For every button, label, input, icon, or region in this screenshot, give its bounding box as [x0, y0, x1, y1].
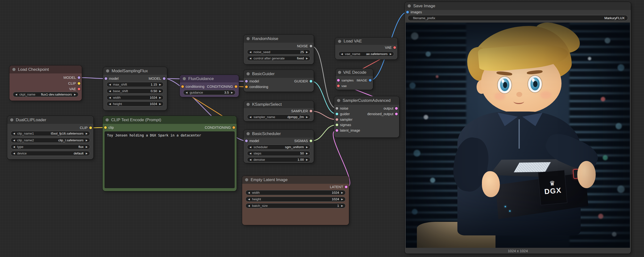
collapse-dot-icon[interactable]: [337, 99, 340, 102]
latent-output-port[interactable]: [345, 186, 348, 188]
conditioning-output-port[interactable]: [232, 126, 235, 129]
node-header[interactable]: Empty Latent Image: [242, 176, 349, 184]
collapse-dot-icon[interactable]: [338, 40, 341, 43]
image-output-port[interactable]: [369, 79, 372, 82]
widget-guidance[interactable]: ◀ guidance 3.5 ▶: [183, 90, 235, 95]
vae-output-port[interactable]: [393, 46, 396, 49]
arrow-left-icon[interactable]: ◀: [13, 132, 15, 135]
arrow-right-icon[interactable]: ▶: [306, 152, 308, 155]
collapse-dot-icon[interactable]: [106, 69, 109, 72]
arrow-left-icon[interactable]: ◀: [13, 146, 15, 148]
collapse-dot-icon[interactable]: [246, 72, 250, 75]
widget-steps[interactable]: ◀ steps 50 ▶: [247, 151, 310, 156]
node-header[interactable]: BasicGuider: [244, 70, 314, 78]
clip-input-port[interactable]: [104, 126, 107, 129]
arrow-right-icon[interactable]: ▶: [86, 152, 88, 155]
widget-base-shift[interactable]: ◀ base_shift 0.50 ▶: [106, 88, 164, 94]
arrow-left-icon[interactable]: ◀: [186, 91, 188, 94]
vae-output-port[interactable]: [78, 88, 80, 90]
denoised-output-port[interactable]: [395, 113, 398, 115]
widget-denoise[interactable]: ◀ denoise 1.00 ▶: [247, 157, 310, 162]
conditioning-input-port[interactable]: [181, 85, 184, 88]
arrow-left-icon[interactable]: ◀: [250, 116, 252, 118]
comfyui-canvas[interactable]: { "icons": { "arrow_left": "◀", "arrow_r…: [0, 0, 644, 257]
collapse-dot-icon[interactable]: [10, 118, 13, 121]
model-input-port[interactable]: [245, 140, 248, 142]
collapse-dot-icon[interactable]: [183, 77, 186, 80]
arrow-left-icon[interactable]: ◀: [248, 198, 250, 201]
node-empty-latent-image[interactable]: Empty Latent Image LATENT ◀ width 1024 ▶…: [242, 176, 349, 225]
arrow-right-icon[interactable]: ▶: [306, 146, 308, 148]
output-port[interactable]: [395, 107, 398, 110]
node-header[interactable]: RandomNoise: [244, 35, 314, 43]
arrow-right-icon[interactable]: ▶: [341, 192, 343, 194]
model-output-port[interactable]: [78, 76, 80, 79]
widget-width[interactable]: ◀ width 1024 ▶: [246, 190, 346, 195]
widget-max-shift[interactable]: ◀ max_shift 1.15 ▶: [106, 82, 164, 87]
collapse-dot-icon[interactable]: [106, 118, 109, 121]
arrow-right-icon[interactable]: ▶: [86, 139, 88, 142]
arrow-right-icon[interactable]: ▶: [159, 90, 161, 92]
sampler-output-port[interactable]: [310, 110, 312, 112]
widget-type[interactable]: ◀ type flux ▶: [11, 144, 90, 149]
arrow-right-icon[interactable]: ▶: [74, 93, 76, 96]
noise-input-port[interactable]: [336, 107, 338, 110]
arrow-left-icon[interactable]: ◀: [248, 192, 250, 194]
arrow-right-icon[interactable]: ▶: [390, 53, 392, 55]
widget-clip-name2[interactable]: ◀ clip_name2 clip_l.safetensors ▶: [11, 138, 90, 143]
arrow-right-icon[interactable]: ▶: [306, 51, 308, 53]
collapse-dot-icon[interactable]: [408, 4, 411, 7]
arrow-left-icon[interactable]: ◀: [250, 57, 252, 60]
arrow-right-icon[interactable]: ▶: [159, 103, 161, 105]
widget-width[interactable]: ◀ width 1024 ▶: [106, 95, 164, 100]
guider-input-port[interactable]: [336, 113, 338, 115]
conditioning-input-port[interactable]: [245, 86, 248, 88]
node-header[interactable]: BasicScheduler: [244, 130, 314, 138]
sampler-input-port[interactable]: [336, 118, 338, 121]
node-header[interactable]: VAE Decode: [336, 69, 373, 76]
arrow-left-icon[interactable]: ◀: [109, 96, 111, 99]
node-dual-clip-loader[interactable]: DualCLIPLoader CLIP ◀ clip_name1 t5xxl_f…: [7, 116, 94, 159]
arrow-right-icon[interactable]: ▶: [86, 146, 88, 148]
arrow-right-icon[interactable]: ▶: [306, 159, 308, 161]
node-basic-scheduler[interactable]: BasicScheduler model SIGMAS ◀ scheduler …: [244, 130, 314, 163]
arrow-left-icon[interactable]: ◀: [248, 205, 250, 207]
vae-input-port[interactable]: [337, 85, 340, 87]
noise-output-port[interactable]: [310, 45, 312, 47]
widget-device[interactable]: ◀ device default ▶: [11, 151, 90, 156]
conditioning-output-port[interactable]: [235, 85, 237, 88]
generated-image-preview[interactable]: ♛ DGX: [406, 22, 630, 248]
node-header[interactable]: KSamplerSelect: [244, 101, 314, 108]
arrow-left-icon[interactable]: ◀: [109, 83, 111, 86]
widget-vae-name[interactable]: ◀ vae_name ae.safetensors ▶: [338, 51, 394, 56]
latent-image-input-port[interactable]: [336, 129, 338, 132]
node-header[interactable]: ModelSamplingFlux: [103, 67, 167, 75]
node-basic-guider[interactable]: BasicGuider model GUIDER conditioning: [244, 70, 314, 92]
arrow-right-icon[interactable]: ▶: [306, 116, 308, 118]
model-input-port[interactable]: [245, 80, 248, 83]
arrow-left-icon[interactable]: ◀: [250, 51, 252, 53]
arrow-left-icon[interactable]: ◀: [15, 93, 17, 96]
widget-sampler-name[interactable]: ◀ sampler_name dpmpp_2m ▶: [247, 114, 310, 120]
node-model-sampling-flux[interactable]: ModelSamplingFlux model MODEL ◀ max_shif…: [103, 67, 167, 110]
node-header[interactable]: SamplerCustomAdvanced: [334, 96, 399, 105]
widget-batch-size[interactable]: ◀ batch_size 1 ▶: [246, 203, 346, 208]
collapse-dot-icon[interactable]: [246, 132, 250, 135]
node-clip-text-encode[interactable]: CLIP Text Encode (Prompt) clip CONDITION…: [103, 116, 236, 191]
widget-ckpt-name[interactable]: ◀ ckpt_name flux1-dev.safetensors ▶: [13, 92, 78, 97]
arrow-left-icon[interactable]: ◀: [13, 152, 15, 155]
node-load-vae[interactable]: Load VAE VAE ◀ vae_name ae.safetensors ▶: [335, 37, 398, 59]
widget-control-after-generate[interactable]: ◀ control after generate fixed ▶: [247, 56, 310, 61]
widget-filename-prefix[interactable]: filename_prefix MarkuryFLUX: [408, 15, 628, 21]
arrow-left-icon[interactable]: ◀: [250, 152, 252, 155]
node-sampler-custom-advanced[interactable]: SamplerCustomAdvanced noise output guide…: [334, 96, 399, 137]
arrow-right-icon[interactable]: ▶: [159, 83, 161, 86]
images-input-port[interactable]: [406, 11, 409, 13]
arrow-left-icon[interactable]: ◀: [109, 103, 111, 105]
guider-output-port[interactable]: [310, 80, 312, 83]
arrow-right-icon[interactable]: ▶: [306, 57, 308, 60]
node-vae-decode[interactable]: VAE Decode samples IMAGE vae: [336, 69, 373, 90]
node-save-image[interactable]: Save Image images filename_prefix Markur…: [405, 2, 631, 254]
arrow-left-icon[interactable]: ◀: [13, 139, 15, 142]
node-header[interactable]: Load VAE: [335, 37, 398, 45]
